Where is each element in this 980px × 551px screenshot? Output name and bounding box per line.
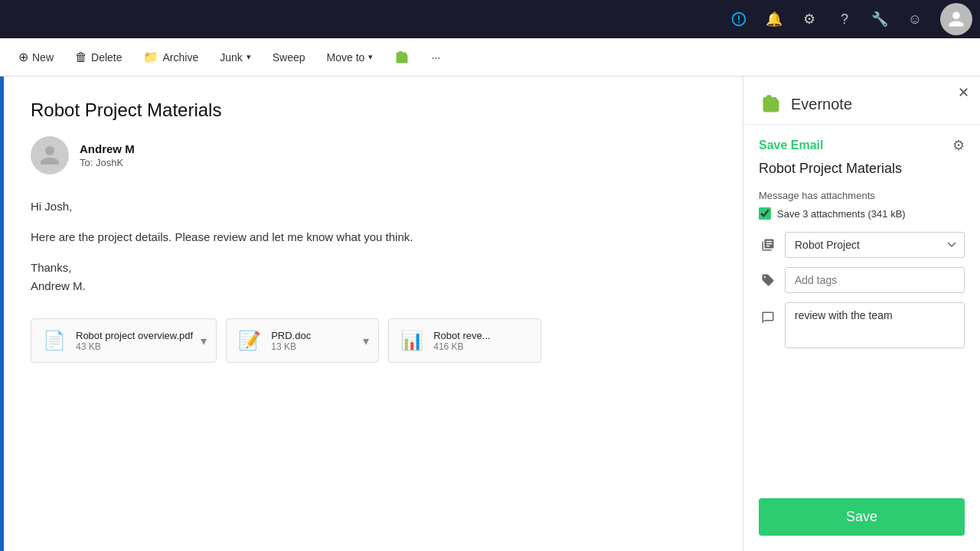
tags-input[interactable] [785, 267, 965, 293]
save-email-label: Save Email [759, 139, 824, 152]
close-button[interactable]: ✕ [958, 86, 969, 99]
delete-button[interactable]: 🗑 Delete [66, 46, 131, 69]
pdf-icon: 📄 [41, 325, 68, 356]
attachment-pdf-name: Robot project overview.pdf [76, 330, 193, 341]
body-greeting: Hi Josh, [31, 197, 712, 216]
notes-row: review with the team [759, 302, 965, 348]
top-navigation: 🔔 ⚙ ? 🔧 ☺ [0, 0, 980, 38]
attachment-doc-info: PRD.doc 13 KB [271, 330, 311, 352]
attachments-list: 📄 Robot project overview.pdf 43 KB ▾ 📝 P… [31, 318, 712, 363]
evernote-logo [759, 92, 783, 116]
evernote-toolbar-icon[interactable] [385, 45, 419, 70]
attachment-doc-arrow[interactable]: ▾ [363, 334, 369, 348]
smiley-icon[interactable]: ☺ [899, 3, 931, 35]
email-panel: Robot Project Materials Andrew M To: Jos… [0, 77, 743, 551]
attachment-excel-info: Robot reve... 416 KB [433, 330, 490, 352]
new-label: New [32, 51, 54, 64]
notebook-dropdown[interactable]: Robot Project Personal Work Shared [785, 232, 965, 258]
tag-icon [759, 271, 777, 289]
attachment-pdf-size: 43 KB [76, 341, 193, 352]
body-thanks: Thanks, Andrew M. [31, 259, 712, 295]
sender-info: Andrew M To: JoshK [80, 142, 135, 168]
attachment-doc[interactable]: 📝 PRD.doc 13 KB ▾ [226, 318, 379, 363]
tags-row [759, 267, 965, 293]
junk-dropdown-icon: ▾ [247, 52, 251, 62]
new-icon: ⊕ [18, 50, 28, 64]
more-label: ··· [431, 51, 440, 64]
junk-button[interactable]: Junk ▾ [211, 47, 260, 68]
junk-label: Junk [220, 51, 243, 64]
evernote-email-title: Robot Project Materials [759, 160, 965, 178]
word-icon: 📝 [236, 325, 263, 356]
body-main: Here are the project details. Please rev… [31, 228, 712, 246]
user-avatar[interactable] [940, 3, 972, 35]
attachment-excel-size: 416 KB [433, 341, 490, 352]
email-meta: Andrew M To: JoshK [31, 136, 712, 174]
delete-icon: 🗑 [75, 51, 87, 64]
attachments-checkbox-row: Save 3 attachments (341 kB) [759, 207, 965, 220]
wrench-icon[interactable]: 🔧 [864, 3, 896, 35]
left-accent [0, 77, 4, 551]
sweep-button[interactable]: Sweep [263, 47, 315, 68]
sender-avatar [31, 136, 69, 174]
attachment-pdf-info: Robot project overview.pdf 43 KB [76, 330, 193, 352]
bell-icon[interactable]: 🔔 [758, 3, 790, 35]
notebook-row: Robot Project Personal Work Shared [759, 232, 965, 258]
more-button[interactable]: ··· [422, 47, 449, 68]
help-icon[interactable]: ? [828, 3, 861, 35]
archive-button[interactable]: 📁 Archive [134, 45, 207, 69]
settings-icon[interactable]: ⚙ [793, 3, 825, 35]
new-button[interactable]: ⊕ New [9, 45, 63, 69]
moveto-button[interactable]: Move to ▾ [318, 47, 383, 68]
delete-label: Delete [91, 51, 122, 64]
save-button[interactable]: Save [759, 498, 965, 536]
attachment-doc-size: 13 KB [271, 341, 311, 352]
notebook-icon [759, 236, 777, 254]
evernote-settings-button[interactable]: ⚙ [952, 137, 965, 154]
evernote-header: Evernote [743, 77, 980, 125]
notes-icon [759, 308, 777, 327]
attachment-doc-name: PRD.doc [271, 330, 311, 341]
sender-to: To: JoshK [80, 157, 135, 168]
moveto-dropdown-icon: ▾ [368, 52, 373, 62]
main-layout: Robot Project Materials Andrew M To: Jos… [0, 77, 980, 551]
evernote-title: Evernote [791, 96, 852, 113]
sweep-label: Sweep [273, 51, 305, 64]
save-attachments-checkbox[interactable] [759, 207, 771, 220]
email-body: Hi Josh, Here are the project details. P… [31, 197, 712, 295]
evernote-sidebar-body: Save Email ⚙ Robot Project Materials Mes… [743, 125, 980, 489]
save-attachments-label[interactable]: Save 3 attachments (341 kB) [777, 208, 906, 220]
email-toolbar: ⊕ New 🗑 Delete 📁 Archive Junk ▾ Sweep Mo… [0, 38, 980, 77]
attachment-pdf[interactable]: 📄 Robot project overview.pdf 43 KB ▾ [31, 318, 217, 363]
email-subject: Robot Project Materials [31, 99, 712, 121]
attachments-info-label: Message has attachments [759, 190, 965, 201]
archive-icon: 📁 [143, 50, 158, 64]
save-email-row: Save Email ⚙ [759, 137, 965, 154]
skype-icon[interactable] [723, 3, 755, 35]
excel-icon: 📊 [398, 325, 426, 356]
sender-name: Andrew M [80, 142, 135, 155]
evernote-panel: ✕ Evernote Save Email ⚙ Robot Project Ma… [743, 77, 980, 551]
archive-label: Archive [162, 51, 198, 64]
attachment-excel-name: Robot reve... [433, 330, 490, 341]
moveto-label: Move to [327, 51, 365, 64]
attachment-excel[interactable]: 📊 Robot reve... 416 KB [388, 318, 541, 363]
notes-textarea[interactable]: review with the team [785, 302, 965, 348]
attachment-pdf-arrow[interactable]: ▾ [201, 334, 207, 348]
